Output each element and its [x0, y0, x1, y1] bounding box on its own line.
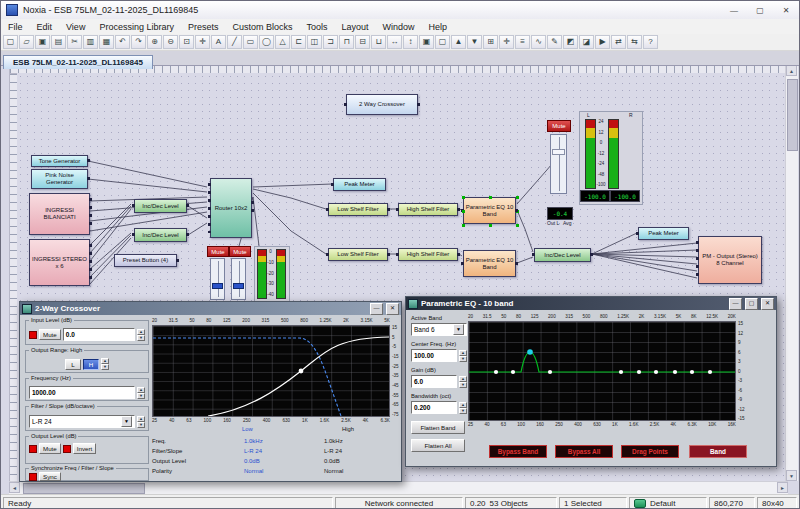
menu-tools[interactable]: Tools — [299, 21, 334, 33]
gain-stepper[interactable]: ▲▼ — [459, 376, 467, 388]
bring-front-icon[interactable]: ▲ — [451, 35, 466, 49]
block-peak-meter-2[interactable]: Peak Meter — [638, 227, 689, 240]
level-fader[interactable] — [231, 258, 246, 300]
block-incdec-level-3[interactable]: Inc/Dec Level — [534, 248, 591, 262]
vertical-scrollbar[interactable]: ▲ ▼ — [785, 65, 798, 481]
open-file-icon[interactable]: ▱ — [19, 35, 34, 49]
grid-icon[interactable]: ⊞ — [483, 35, 498, 49]
spin-down-icon[interactable]: ▼ — [459, 382, 467, 388]
menu-help[interactable]: Help — [422, 21, 455, 33]
spin-down-icon[interactable]: ▼ — [101, 364, 109, 370]
block-parametric-eq-1[interactable]: Parametric EQ 10 Band — [463, 197, 516, 224]
center-freq-value[interactable]: 100.00 — [411, 349, 457, 362]
bypass-band-button[interactable]: Bypass Band — [489, 445, 547, 458]
horizontal-scrollbar[interactable]: ◄ ► — [9, 481, 788, 494]
menu-file[interactable]: File — [1, 21, 30, 33]
crossover-response-graph[interactable] — [152, 325, 390, 417]
block-incdec-level-1[interactable]: Inc/Dec Level — [134, 199, 187, 213]
block-tone-generator[interactable]: Tone Generator — [31, 155, 88, 167]
zoom-out-icon[interactable]: ⊖ — [163, 35, 178, 49]
scrollbar-thumb[interactable] — [23, 483, 145, 494]
wire-icon[interactable]: ∿ — [531, 35, 546, 49]
dialog-minimize-button[interactable]: — — [370, 303, 383, 315]
print-icon[interactable]: ▤ — [51, 35, 66, 49]
block-ingressi-stereo[interactable]: INGRESSI STEREO x 6 — [29, 239, 90, 286]
spin-down-icon[interactable]: ▼ — [137, 393, 145, 399]
input-level-value[interactable]: 0.0 — [63, 328, 135, 341]
same-height-icon[interactable]: ↕ — [403, 35, 418, 49]
align-middle-icon[interactable]: ⊟ — [355, 35, 370, 49]
line-tool-icon[interactable]: ╱ — [227, 35, 242, 49]
spin-down-icon[interactable]: ▼ — [137, 335, 145, 341]
active-band-select[interactable]: Band 6▼ — [411, 323, 467, 336]
frequency-stepper[interactable]: ▲▼ — [137, 387, 145, 399]
slope-stepper[interactable]: ▲▼ — [137, 416, 145, 428]
cut-icon[interactable]: ✂ — [67, 35, 82, 49]
level-fader[interactable] — [210, 258, 225, 300]
block-high-shelf-filter-1[interactable]: High Shelf Filter — [398, 203, 458, 216]
zoom-in-icon[interactable]: ⊕ — [147, 35, 162, 49]
undo-icon[interactable]: ↶ — [115, 35, 130, 49]
fill-color-icon[interactable]: ◩ — [563, 35, 578, 49]
block-low-shelf-filter-1[interactable]: Low Shelf Filter — [328, 203, 388, 216]
ungroup-icon[interactable]: ▢ — [435, 35, 450, 49]
block-high-shelf-filter-2[interactable]: High Shelf Filter — [398, 248, 458, 261]
mute-button[interactable]: Mute — [547, 120, 571, 132]
same-width-icon[interactable]: ↔ — [387, 35, 402, 49]
mute-button[interactable]: Mute — [207, 246, 229, 257]
fader-thumb[interactable] — [212, 283, 223, 289]
line-color-icon[interactable]: ◪ — [579, 35, 594, 49]
scroll-left-icon[interactable]: ◄ — [9, 482, 20, 493]
layers-icon[interactable]: ≡ — [515, 35, 530, 49]
menu-view[interactable]: View — [59, 21, 92, 33]
band-button[interactable]: Band — [689, 445, 747, 458]
menu-layout[interactable]: Layout — [334, 21, 375, 33]
output-mute-button[interactable]: Mute — [39, 443, 61, 454]
fader-thumb[interactable] — [233, 283, 244, 289]
help-icon[interactable]: ? — [643, 35, 658, 49]
block-pink-noise-generator[interactable]: Pink Noise Generator — [31, 169, 88, 189]
menu-custom-blocks[interactable]: Custom Blocks — [225, 21, 299, 33]
block-parametric-eq-2[interactable]: Parametric EQ 10 Band — [463, 250, 516, 277]
bandwidth-value[interactable]: 0.200 — [411, 401, 457, 414]
ellipse-tool-icon[interactable]: ◯ — [259, 35, 274, 49]
spin-down-icon[interactable]: ▼ — [459, 408, 467, 414]
dialog-minimize-button[interactable]: — — [729, 298, 742, 310]
block-low-shelf-filter-2[interactable]: Low Shelf Filter — [328, 248, 388, 261]
mute-button[interactable]: Mute — [229, 246, 251, 257]
spin-down-icon[interactable]: ▼ — [137, 422, 145, 428]
spin-down-icon[interactable]: ▼ — [459, 356, 467, 362]
align-bottom-icon[interactable]: ⊔ — [371, 35, 386, 49]
invert-button[interactable]: Invert — [73, 443, 96, 454]
zoom-fit-icon[interactable]: ⊡ — [179, 35, 194, 49]
new-file-icon[interactable]: ▢ — [3, 35, 18, 49]
close-button[interactable]: ✕ — [773, 2, 799, 19]
text-tool-icon[interactable]: A — [211, 35, 226, 49]
dialog-maximize-button[interactable]: ▢ — [745, 298, 758, 310]
frequency-value[interactable]: 1000.00 — [29, 386, 135, 399]
bypass-all-button[interactable]: Bypass All — [555, 445, 613, 458]
block-ingressi-bilanciati[interactable]: INGRESSI BILANCIATI — [29, 193, 90, 235]
document-tab[interactable]: ESB 75LM_02-11-2025_DL1169845 — [3, 55, 153, 69]
scroll-right-icon[interactable]: ► — [777, 482, 788, 493]
chevron-down-icon[interactable]: ▼ — [453, 324, 464, 335]
peq-dialog-titlebar[interactable]: Parametric EQ - 10 band — ▢ ✕ — [406, 297, 776, 310]
dialog-close-button[interactable]: ✕ — [761, 298, 774, 310]
chevron-down-icon[interactable]: ▼ — [121, 416, 132, 427]
fader-thumb[interactable] — [552, 149, 565, 155]
bandwidth-stepper[interactable]: ▲▼ — [459, 402, 467, 414]
menu-window[interactable]: Window — [376, 21, 422, 33]
peq-response-graph[interactable] — [468, 321, 736, 421]
range-high-button[interactable]: H — [83, 359, 99, 370]
flatten-band-button[interactable]: Flatten Band — [411, 421, 465, 434]
align-right-icon[interactable]: ⊐ — [323, 35, 338, 49]
menu-edit[interactable]: Edit — [30, 21, 60, 33]
block-preset-button[interactable]: Preset Button (4) — [114, 254, 177, 267]
copy-icon[interactable]: ▥ — [83, 35, 98, 49]
range-low-button[interactable]: L — [65, 359, 81, 370]
snap-icon[interactable]: ✛ — [499, 35, 514, 49]
center-freq-stepper[interactable]: ▲▼ — [459, 350, 467, 362]
block-router[interactable]: Router 10x2 — [210, 178, 252, 238]
save-icon[interactable]: ▣ — [35, 35, 50, 49]
input-mute-button[interactable]: Mute — [39, 329, 61, 340]
